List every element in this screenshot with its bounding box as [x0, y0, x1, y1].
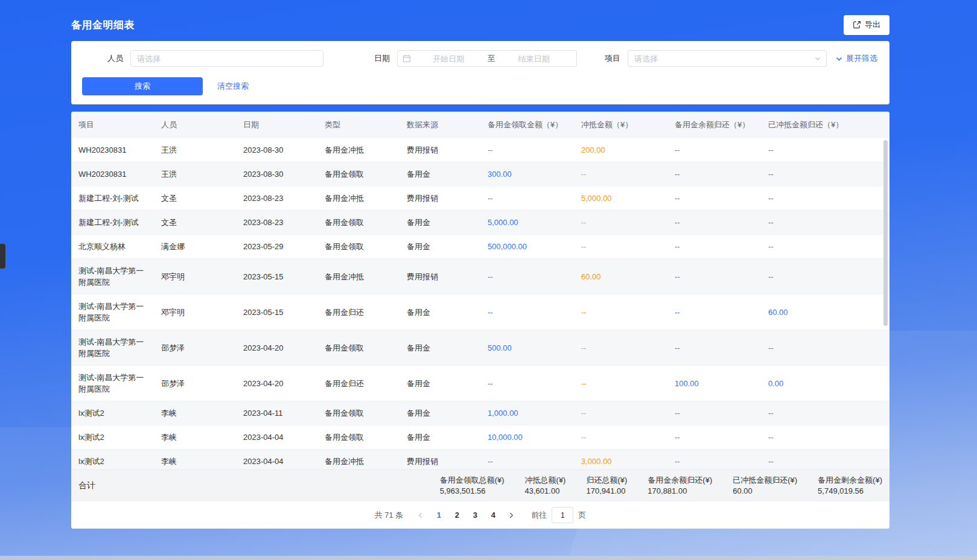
data-table: 项目人员日期类型数据来源备用金领取金额（¥）冲抵金额（¥）备用金余额归还（¥）已…: [71, 112, 889, 469]
cell-project: WH20230831: [71, 138, 154, 162]
cell-received: --: [480, 450, 574, 470]
table-scrollbar[interactable]: [883, 140, 888, 326]
cell-received: --: [480, 186, 574, 211]
cell-balance_return: --: [667, 259, 761, 294]
calendar-icon: [403, 54, 411, 63]
summary-items: 备用金领取总额(¥)5,963,501.56冲抵总额(¥)43,601.00归还…: [440, 475, 882, 497]
cell-person: 邵梦泽: [154, 366, 236, 401]
summary-total-label: 合计: [78, 480, 95, 491]
cell-offset_return: 60.00: [761, 294, 889, 330]
cell-project: lx测试2: [71, 401, 154, 425]
cell-person: 文圣: [154, 211, 236, 235]
cell-person: 李峡: [154, 425, 236, 450]
cell-offset_return: --: [761, 401, 889, 425]
page-button-4[interactable]: 4: [485, 508, 501, 523]
column-header-balance_return: 备用金余额归还（¥）: [667, 112, 761, 138]
cell-received: 10,000.00: [480, 425, 574, 450]
goto-page-input[interactable]: [552, 507, 573, 523]
cell-type: 备用金冲抵: [317, 259, 399, 294]
cell-balance_return: --: [667, 294, 761, 330]
summary-item: 已冲抵金额归还(¥)60.00: [733, 475, 797, 497]
cell-project: 新建工程-刘-测试: [71, 186, 154, 211]
table-row: 测试-南昌大学第一附属医院邵梦泽2023-04-20备用金归还备用金----10…: [71, 366, 889, 401]
export-button[interactable]: 导出: [844, 15, 889, 35]
cell-offset: 60.00: [574, 259, 667, 294]
expand-filters-link[interactable]: 展开筛选: [835, 53, 877, 64]
cell-offset_return: --: [761, 211, 889, 235]
cell-source: 备用金: [399, 294, 480, 330]
end-date-input[interactable]: [497, 54, 572, 64]
column-header-offset_return: 已冲抵金额归还（¥）: [761, 112, 889, 138]
cell-source: 费用报销: [399, 259, 480, 294]
cell-source: 备用金: [399, 162, 480, 186]
cell-offset: --: [574, 366, 667, 401]
cell-person: 文圣: [154, 186, 236, 211]
table-row: lx测试2李峡2023-04-04备用金冲抵费用报销--3,000.00----: [71, 450, 889, 470]
column-header-source: 数据来源: [399, 112, 480, 138]
cell-offset: --: [574, 235, 667, 259]
cell-person: 邓宇明: [154, 294, 236, 330]
table-header: 项目人员日期类型数据来源备用金领取金额（¥）冲抵金额（¥）备用金余额归还（¥）已…: [71, 112, 889, 138]
pagination: 共 71 条 1234 前往 页: [71, 501, 889, 529]
column-header-project: 项目: [71, 112, 154, 138]
cell-date: 2023-04-04: [236, 425, 317, 450]
filter-row: 人员 日期 至 项目 展开: [71, 41, 889, 67]
project-select[interactable]: [628, 50, 827, 67]
table-row: lx测试2李峡2023-04-11备用金领取备用金1,000.00------: [71, 401, 889, 425]
table-header-row: 项目人员日期类型数据来源备用金领取金额（¥）冲抵金额（¥）备用金余额归还（¥）已…: [71, 112, 889, 138]
cell-date: 2023-08-23: [236, 186, 317, 211]
cell-offset: --: [574, 330, 667, 366]
search-button[interactable]: 搜索: [82, 77, 203, 95]
cell-person: 王洪: [154, 138, 236, 162]
summary-row: 合计 备用金领取总额(¥)5,963,501.56冲抵总额(¥)43,601.0…: [71, 469, 889, 501]
page-button-2[interactable]: 2: [449, 508, 465, 523]
cell-offset: --: [574, 401, 667, 425]
page-button-3[interactable]: 3: [467, 508, 483, 523]
cell-source: 费用报销: [399, 186, 480, 211]
cell-source: 备用金: [399, 366, 480, 401]
page-title: 备用金明细表: [71, 18, 135, 32]
cell-received: 500,000.00: [480, 235, 574, 259]
table-row: 测试-南昌大学第一附属医院邓宇明2023-05-15备用金归还备用金------…: [71, 294, 889, 330]
cell-type: 备用金领取: [317, 211, 399, 235]
cell-type: 备用金领取: [317, 235, 399, 259]
side-drawer-handle[interactable]: [0, 244, 5, 269]
cell-balance_return: --: [667, 450, 761, 470]
cell-date: 2023-05-29: [236, 235, 317, 259]
cell-source: 备用金: [399, 401, 480, 425]
cell-type: 备用金领取: [317, 425, 399, 450]
total-count: 共 71 条: [375, 510, 404, 521]
cell-offset_return: --: [761, 235, 889, 259]
clear-search-link[interactable]: 清空搜索: [217, 81, 249, 92]
cell-date: 2023-05-15: [236, 294, 317, 330]
person-select[interactable]: [130, 50, 323, 67]
page-button-1[interactable]: 1: [431, 508, 447, 523]
cell-type: 备用金归还: [317, 294, 399, 330]
prev-page-button[interactable]: [413, 508, 428, 523]
cell-received: --: [480, 366, 574, 401]
cell-type: 备用金冲抵: [317, 186, 399, 211]
summary-item: 归还总额(¥)170,941.00: [586, 475, 627, 497]
cell-project: 北京顺义杨林: [71, 235, 154, 259]
cell-offset_return: 0.00: [761, 366, 889, 401]
cell-balance_return: 100.00: [667, 366, 761, 401]
table-row: 北京顺义杨林满金娜2023-05-29备用金领取备用金500,000.00---…: [71, 235, 889, 259]
start-date-input[interactable]: [411, 54, 486, 64]
cell-offset: 3,000.00: [574, 450, 667, 470]
next-page-button[interactable]: [503, 508, 519, 523]
cell-received: 1,000.00: [480, 401, 574, 425]
cell-balance_return: --: [667, 401, 761, 425]
project-select-input[interactable]: [628, 50, 827, 67]
cell-project: WH20230831: [71, 162, 154, 186]
cell-source: 费用报销: [399, 138, 480, 162]
table-viewport: 项目人员日期类型数据来源备用金领取金额（¥）冲抵金额（¥）备用金余额归还（¥）已…: [71, 112, 889, 469]
summary-item: 备用金余额归还(¥)170,881.00: [648, 475, 712, 497]
cell-type: 备用金领取: [317, 330, 399, 366]
chevron-left-icon: [417, 512, 424, 519]
cell-project: lx测试2: [71, 450, 154, 470]
cell-type: 备用金归还: [317, 366, 399, 401]
cell-date: 2023-08-30: [236, 138, 317, 162]
cell-person: 邵梦泽: [154, 330, 236, 366]
date-range-input[interactable]: 至: [397, 50, 577, 67]
cell-source: 备用金: [399, 211, 480, 235]
